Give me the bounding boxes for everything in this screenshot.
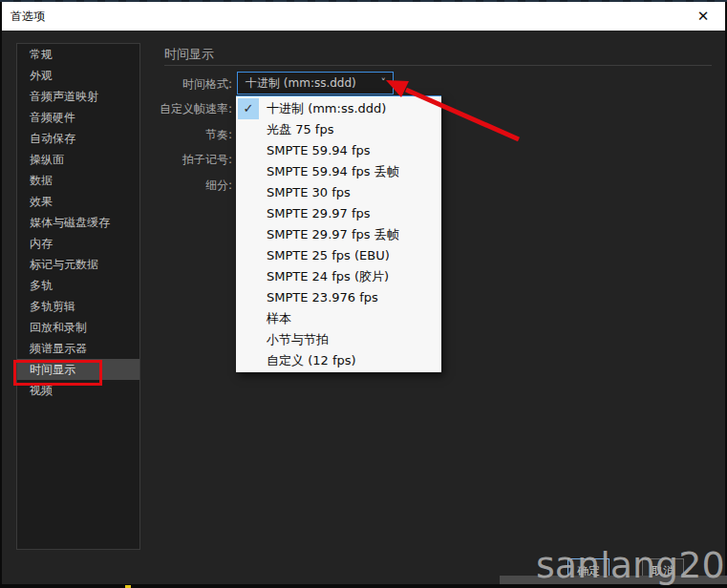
tempo-label: 节奏: [2,127,232,143]
time-signature-label: 拍子记号: [2,152,232,168]
preferences-category-list: 常规外观音频声道映射音频硬件自动保存操纵面数据效果媒体与磁盘缓存内存标记与元数据… [16,43,140,550]
dialog-title: 首选项 [11,2,45,31]
time-format-value: 十进制 (mm:ss.ddd) [246,76,356,90]
check-icon: ✓ [238,98,259,119]
dropdown-option[interactable]: SMPTE 59.94 fps 丢帧 [236,161,441,182]
dropdown-option[interactable]: SMPTE 30 fps [236,182,441,203]
sidebar-item[interactable]: 标记与元数据 [17,254,139,275]
preferences-dialog: 常规外观音频声道映射音频硬件自动保存操纵面数据效果媒体与磁盘缓存内存标记与元数据… [2,31,725,584]
custom-framerate-label: 自定义帧速率: [2,101,232,117]
time-format-select[interactable]: 十进制 (mm:ss.ddd) ˅ [237,72,394,94]
sidebar-item[interactable]: 效果 [17,191,139,212]
dropdown-option[interactable]: SMPTE 29.97 fps 丢帧 [236,224,441,245]
sidebar-item[interactable]: 时间显示 [17,359,139,380]
sidebar-item[interactable]: 内存 [17,233,139,254]
dropdown-option[interactable]: ✓十进制 (mm:ss.ddd) [236,98,441,119]
dropdown-option[interactable]: SMPTE 29.97 fps [236,203,441,224]
sidebar-item[interactable]: 频谱显示器 [17,338,139,359]
dropdown-option[interactable]: 光盘 75 fps [236,119,441,140]
sidebar-item[interactable]: 多轨 [17,275,139,296]
chevron-down-icon: ˅ [381,73,387,94]
sidebar-item[interactable]: 视频 [17,380,139,401]
dialog-titlebar: 首选项 ✕ [2,2,725,31]
subdivision-label: 细分: [2,178,232,194]
dropdown-option[interactable]: SMPTE 24 fps (胶片) [236,266,441,287]
dropdown-option[interactable]: 小节与节拍 [236,329,441,350]
screen-bottom-edge [0,584,727,588]
screenshot-root: 首选项 ✕ 常规外观音频声道映射音频硬件自动保存操纵面数据效果媒体与磁盘缓存内存… [0,0,727,588]
dropdown-option[interactable]: SMPTE 23.976 fps [236,287,441,308]
sidebar-item[interactable]: 常规 [17,44,139,65]
time-format-label: 时间格式: [2,76,232,93]
header-divider [164,65,712,66]
dropdown-option[interactable]: 样本 [236,308,441,329]
sidebar-item[interactable]: 媒体与磁盘缓存 [17,212,139,233]
page-title: 时间显示 [164,46,214,63]
close-icon[interactable]: ✕ [689,2,717,31]
time-format-dropdown: ✓十进制 (mm:ss.ddd)光盘 75 fpsSMPTE 59.94 fps… [236,95,441,372]
dropdown-option[interactable]: 自定义 (12 fps) [236,350,441,371]
dropdown-option[interactable]: SMPTE 25 fps (EBU) [236,245,441,266]
sidebar-item[interactable]: 多轨剪辑 [17,296,139,317]
sidebar-item[interactable]: 回放和录制 [17,317,139,338]
dropdown-option[interactable]: SMPTE 59.94 fps [236,140,441,161]
